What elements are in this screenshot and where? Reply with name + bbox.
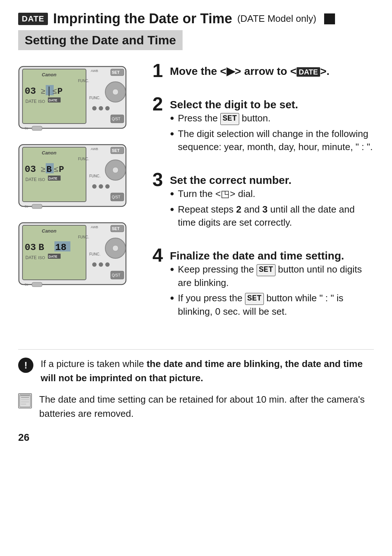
bullet-dot: ● bbox=[170, 128, 174, 138]
svg-text:03: 03 bbox=[25, 164, 36, 175]
svg-text:ISO: ISO bbox=[38, 177, 45, 182]
step-4: 4 Finalize the date and time setting. ● … bbox=[152, 246, 374, 323]
svg-rect-24 bbox=[32, 126, 42, 130]
step-1-title: Move the <▶> arrow to <DATE>. bbox=[170, 64, 330, 78]
date-badge: DATE bbox=[18, 13, 48, 25]
page-header: DATE Imprinting the Date or Time (DATE M… bbox=[18, 11, 374, 27]
step-3: 3 Set the correct number. ● Turn the <◳>… bbox=[152, 170, 374, 234]
step-3-body: ● Turn the <◳> dial. ● Repeat steps 2 an… bbox=[170, 187, 374, 229]
step-2-content: Select the digit to be set. ● Press the … bbox=[170, 94, 374, 156]
svg-text:18: 18 bbox=[55, 242, 66, 253]
svg-point-20 bbox=[105, 106, 110, 110]
bullet-dot: ● bbox=[170, 188, 174, 198]
warning-icon: ! bbox=[18, 358, 33, 373]
svg-rect-79 bbox=[20, 395, 30, 407]
note-memo-text: The date and time setting can be retaine… bbox=[39, 392, 374, 421]
svg-point-46 bbox=[99, 184, 103, 189]
svg-rect-51 bbox=[32, 204, 42, 209]
step-3-title: Set the correct number. bbox=[170, 173, 374, 187]
svg-text:P: P bbox=[59, 165, 64, 174]
step-1-row: 1 Move the <▶> arrow to <DATE>. bbox=[152, 61, 374, 80]
note-warning-text: If a picture is taken while the date and… bbox=[41, 357, 374, 385]
memo-icon bbox=[18, 393, 32, 408]
section-title: Setting the Date and Time bbox=[18, 30, 183, 50]
svg-text:B: B bbox=[38, 242, 44, 253]
bullet-dot: ● bbox=[170, 293, 174, 303]
step-4-title: Finalize the date and time setting. bbox=[170, 249, 374, 263]
svg-text:03: 03 bbox=[25, 242, 36, 253]
step-3-row: 3 Set the correct number. ● Turn the <◳>… bbox=[152, 170, 374, 231]
main-content: Canon 03 ≥ │ ≤ P DATE ISO FUNC. AWB SET bbox=[18, 61, 374, 335]
svg-text:AWB: AWB bbox=[91, 69, 98, 73]
step-4-body: ● Keep pressing the SET button until no … bbox=[170, 263, 374, 318]
svg-text:AWB: AWB bbox=[91, 147, 98, 151]
svg-point-19 bbox=[99, 106, 103, 110]
svg-point-16 bbox=[113, 89, 118, 95]
svg-text:FUNC.: FUNC. bbox=[78, 157, 89, 161]
step-1-number: 1 bbox=[152, 61, 166, 80]
svg-point-68 bbox=[113, 245, 118, 251]
svg-text:DATE: DATE bbox=[25, 99, 37, 104]
svg-text:SET: SET bbox=[112, 148, 120, 153]
svg-text:AWB: AWB bbox=[91, 225, 98, 229]
camera-image-3: Canon 03 B 18 DATE ISO FUNC. AWB SET FUN… bbox=[18, 217, 131, 288]
svg-text:03: 03 bbox=[25, 86, 36, 97]
svg-point-43 bbox=[113, 167, 118, 173]
header-subtitle: (DATE Model only) bbox=[237, 13, 317, 24]
step-4-bullet-1-text: Keep pressing the SET button until no di… bbox=[178, 263, 374, 289]
svg-point-70 bbox=[92, 262, 97, 267]
svg-text:8s: 8s bbox=[25, 205, 28, 208]
svg-text:Canon: Canon bbox=[42, 72, 57, 77]
step-2-body: ● Press the SET button. ● The digit sele… bbox=[170, 112, 374, 153]
svg-text:Q/ST: Q/ST bbox=[112, 273, 120, 277]
steps-column: 1 Move the <▶> arrow to <DATE>. 2 Select… bbox=[142, 61, 374, 335]
step-2-bullet-2-text: The digit selection will change in the f… bbox=[178, 127, 374, 154]
svg-text:P: P bbox=[57, 86, 62, 96]
step-2-row: 2 Select the digit to be set. ● Press th… bbox=[152, 94, 374, 156]
svg-text:FUNC.: FUNC. bbox=[78, 235, 89, 239]
svg-text:B: B bbox=[46, 165, 52, 174]
svg-text:DATE: DATE bbox=[49, 255, 57, 258]
svg-text:FUNC.: FUNC. bbox=[89, 174, 101, 178]
bullet-dot: ● bbox=[170, 204, 174, 214]
note-warning: ! If a picture is taken while the date a… bbox=[18, 357, 374, 385]
page-number: 26 bbox=[18, 432, 374, 443]
svg-text:Q/ST: Q/ST bbox=[112, 117, 120, 121]
step-3-content: Set the correct number. ● Turn the <◳> d… bbox=[170, 170, 374, 231]
step-4-number: 4 bbox=[152, 246, 166, 265]
step-3-bullet-1-text: Turn the <◳> dial. bbox=[178, 187, 374, 200]
step-1: 1 Move the <▶> arrow to <DATE>. bbox=[152, 61, 374, 83]
step-2-bullet-2: ● The digit selection will change in the… bbox=[170, 127, 374, 154]
svg-text:│: │ bbox=[46, 86, 52, 97]
svg-text:Canon: Canon bbox=[42, 228, 57, 234]
camera-image-1: Canon 03 ≥ │ ≤ P DATE ISO FUNC. AWB SET bbox=[18, 61, 131, 132]
svg-point-18 bbox=[92, 106, 97, 110]
svg-text:FUNC.: FUNC. bbox=[89, 252, 101, 256]
svg-text:ISO: ISO bbox=[38, 99, 45, 104]
step-3-bullet-2-text: Repeat steps 2 and 3 until all the date … bbox=[178, 203, 374, 229]
svg-text:FUNC.: FUNC. bbox=[89, 96, 101, 100]
svg-text:DATE: DATE bbox=[25, 255, 37, 260]
notes-area: ! If a picture is taken while the date a… bbox=[18, 349, 374, 421]
svg-point-72 bbox=[105, 262, 110, 267]
svg-text:DATE: DATE bbox=[49, 98, 57, 102]
svg-text:≥: ≥ bbox=[41, 87, 45, 96]
svg-text:Canon: Canon bbox=[42, 150, 57, 156]
step-3-bullet-1: ● Turn the <◳> dial. bbox=[170, 187, 374, 200]
svg-text:SET: SET bbox=[112, 226, 120, 231]
camera-illustrations: Canon 03 ≥ │ ≤ P DATE ISO FUNC. AWB SET bbox=[18, 61, 142, 335]
step-4-bullet-1: ● Keep pressing the SET button until no … bbox=[170, 263, 374, 289]
svg-point-71 bbox=[99, 262, 103, 267]
step-2-bullet-1-text: Press the SET button. bbox=[178, 112, 374, 125]
step-3-bullet-2: ● Repeat steps 2 and 3 until all the dat… bbox=[170, 203, 374, 229]
svg-text:FUNC.: FUNC. bbox=[78, 79, 89, 83]
svg-text:DATE: DATE bbox=[25, 177, 37, 182]
step-4-content: Finalize the date and time setting. ● Ke… bbox=[170, 246, 374, 320]
step-4-bullet-2: ● If you press the SET button while " : … bbox=[170, 291, 374, 318]
svg-rect-76 bbox=[32, 282, 42, 287]
svg-text:8s: 8s bbox=[25, 283, 28, 286]
step-2-title: Select the digit to be set. bbox=[170, 97, 374, 112]
svg-text:≥: ≥ bbox=[41, 165, 45, 174]
bullet-dot: ● bbox=[170, 113, 174, 123]
step-4-row: 4 Finalize the date and time setting. ● … bbox=[152, 246, 374, 320]
